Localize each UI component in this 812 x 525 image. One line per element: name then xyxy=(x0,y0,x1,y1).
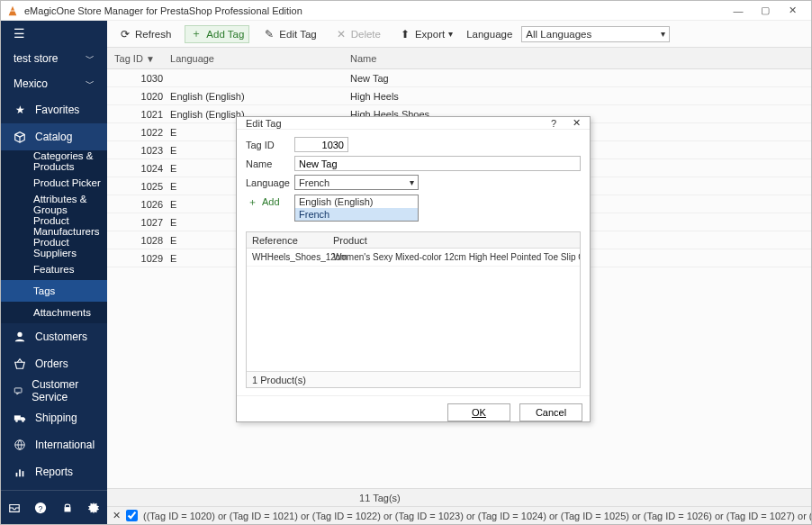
cell-tag-id: 1020 xyxy=(107,91,170,102)
col-reference[interactable]: Reference xyxy=(247,235,329,246)
sidebar-item-features[interactable]: Features xyxy=(1,258,107,280)
country-name: Mexico xyxy=(14,77,48,90)
col-language[interactable]: Language xyxy=(170,53,350,64)
sidebar-item-customers[interactable]: Customers xyxy=(1,323,107,350)
toolbar: ⟳Refresh ＋Add Tag ✎Edit Tag ✕Delete ⬆Exp… xyxy=(107,21,812,48)
col-tag-id[interactable]: Tag ID ▼ xyxy=(107,53,170,64)
gear-icon[interactable] xyxy=(87,502,100,514)
chevron-down-icon: ﹀ xyxy=(86,77,95,90)
country-selector[interactable]: Mexico﹀ xyxy=(1,71,107,96)
filter-checkbox[interactable] xyxy=(126,510,138,521)
dialog-close-button[interactable]: ✕ xyxy=(573,117,581,129)
sidebar-item-suppliers[interactable]: Product Suppliers xyxy=(1,237,107,258)
catalog-submenu: Categories & Products Product Picker Att… xyxy=(1,150,107,323)
dropdown-option-french[interactable]: French xyxy=(295,208,418,221)
sub-label: Product Manufacturers xyxy=(33,215,107,237)
sidebar-footer: ? xyxy=(1,490,107,524)
nav-label: Customer Service xyxy=(32,378,95,403)
svg-rect-11 xyxy=(64,507,70,511)
cell-name: High Heels xyxy=(350,91,812,102)
add-label: Add xyxy=(262,196,280,207)
edit-tag-dialog: Edit Tag ? ✕ Tag ID Name Language French… xyxy=(236,116,591,422)
maximize-button[interactable]: ▢ xyxy=(752,2,779,20)
name-input[interactable] xyxy=(294,156,581,171)
dialog-help-button[interactable]: ? xyxy=(551,118,556,129)
sub-label: Categories & Products xyxy=(33,150,107,172)
cell-tag-id: 1030 xyxy=(107,73,170,84)
inbox-icon[interactable] xyxy=(8,502,21,514)
nav-label: Shipping xyxy=(35,412,77,424)
chat-icon xyxy=(14,385,23,397)
language-select[interactable]: All Languages▾ xyxy=(521,26,670,42)
cell-language: English (English) xyxy=(170,91,350,102)
sidebar-item-manufacturers[interactable]: Product Manufacturers xyxy=(1,215,107,237)
sub-label: Features xyxy=(33,264,74,275)
svg-point-3 xyxy=(15,420,18,422)
chevron-down-icon: ▾ xyxy=(410,177,414,187)
cell-tag-id: 1029 xyxy=(107,253,170,264)
cell-name: New Tag xyxy=(350,73,812,84)
language-dropdown-list: English (English) French xyxy=(294,195,419,222)
sidebar-item-tags[interactable]: Tags xyxy=(1,280,107,302)
cancel-button[interactable]: Cancel xyxy=(519,403,582,421)
svg-rect-1 xyxy=(14,388,22,393)
btn-label: Add Tag xyxy=(206,29,244,40)
svg-point-4 xyxy=(22,420,24,422)
product-row[interactable]: WHHeels_Shoes_12cm Women's Sexy Mixed-co… xyxy=(247,249,580,267)
sidebar-item-attributes[interactable]: Attributes & Groups xyxy=(1,194,107,215)
col-name[interactable]: Name xyxy=(350,53,812,64)
btn-label: Delete xyxy=(351,29,381,40)
chart-icon xyxy=(14,466,26,478)
nav-label: Reports xyxy=(35,466,73,478)
sidebar-item-attachments[interactable]: Attachments xyxy=(1,302,107,323)
col-label: Tag ID xyxy=(114,53,143,64)
close-button[interactable]: ✕ xyxy=(779,2,806,20)
product-grid-header: Reference Product xyxy=(247,232,580,249)
minimize-button[interactable]: — xyxy=(725,2,752,20)
sidebar-item-orders[interactable]: Orders xyxy=(1,350,107,377)
language-label: Language xyxy=(246,177,289,188)
svg-point-0 xyxy=(17,332,22,337)
sidebar-item-shipping[interactable]: Shipping xyxy=(1,404,107,431)
table-row[interactable]: 1030New Tag xyxy=(107,69,812,87)
delete-button[interactable]: ✕Delete xyxy=(330,26,385,42)
btn-label: Refresh xyxy=(135,29,171,40)
tagid-input[interactable] xyxy=(294,137,348,152)
sidebar-item-product-picker[interactable]: Product Picker xyxy=(1,172,107,194)
sidebar-item-international[interactable]: International xyxy=(1,431,107,458)
window-title: eMagicOne Store Manager for PrestaShop P… xyxy=(24,5,725,16)
filter-close-icon[interactable]: ✕ xyxy=(113,510,121,521)
sidebar-item-reports[interactable]: Reports xyxy=(1,458,107,485)
export-button[interactable]: ⬆Export▾ xyxy=(394,26,457,42)
tagid-label: Tag ID xyxy=(246,140,289,150)
sub-label: Attributes & Groups xyxy=(33,194,107,215)
nav-label: International xyxy=(35,439,95,451)
star-icon: ★ xyxy=(14,104,26,116)
grid-header: Tag ID ▼ Language Name Products xyxy=(107,48,812,69)
chevron-down-icon: ﹀ xyxy=(86,52,95,65)
refresh-button[interactable]: ⟳Refresh xyxy=(114,26,176,42)
sidebar-item-categories[interactable]: Categories & Products xyxy=(1,150,107,172)
store-selector[interactable]: test store﹀ xyxy=(1,46,107,71)
cell-tag-id: 1027 xyxy=(107,217,170,228)
sidebar-item-favorites[interactable]: ★Favorites xyxy=(1,96,107,123)
sidebar-item-customer-service[interactable]: Customer Service xyxy=(1,377,107,404)
sidebar: ☰ test store﹀ Mexico﹀ ★Favorites Catalog… xyxy=(1,21,107,524)
ok-button[interactable]: OK xyxy=(447,403,510,421)
cell-tag-id: 1028 xyxy=(107,235,170,246)
plus-icon: ＋ xyxy=(190,28,203,41)
lock-icon[interactable] xyxy=(61,502,74,514)
status-bar-count: 11 Tag(s) xyxy=(107,488,812,506)
product-count: 1 Product(s) xyxy=(252,375,306,385)
language-dropdown[interactable]: French▾ xyxy=(294,175,419,190)
edit-tag-button[interactable]: ✎Edit Tag xyxy=(258,26,320,42)
export-icon: ⬆ xyxy=(399,28,411,41)
basket-icon xyxy=(14,358,26,370)
help-icon[interactable]: ? xyxy=(34,502,47,514)
add-tag-button[interactable]: ＋Add Tag xyxy=(185,25,249,43)
col-product[interactable]: Product xyxy=(329,235,580,246)
table-row[interactable]: 1020English (English)High Heels0 xyxy=(107,87,812,105)
sidebar-item-catalog[interactable]: Catalog xyxy=(1,123,107,150)
hamburger-menu[interactable]: ☰ xyxy=(1,21,107,46)
dropdown-option-english[interactable]: English (English) xyxy=(295,195,418,208)
